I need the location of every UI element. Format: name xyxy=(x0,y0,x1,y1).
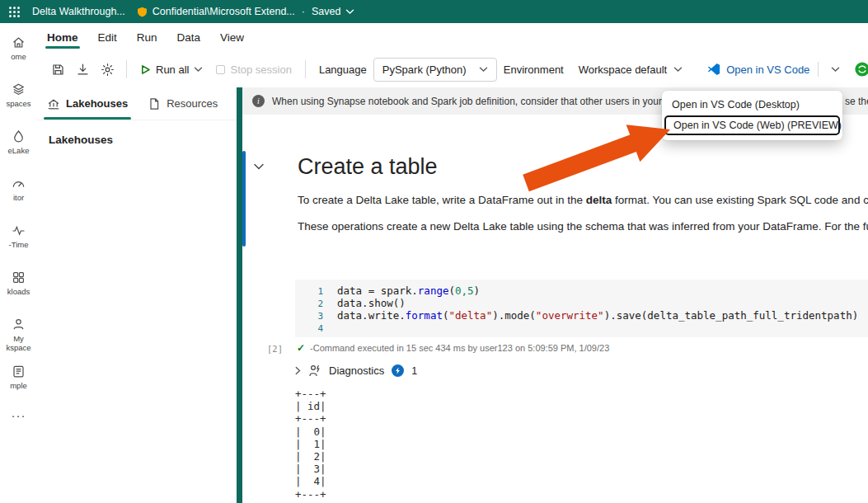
notebook-main-area: i When using Synapse notebook and Spark … xyxy=(242,87,868,503)
execution-count: [2] xyxy=(267,344,283,354)
run-all-button[interactable]: Run all xyxy=(134,57,209,82)
left-nav-rail: ome spaces eLake itor -Time kloads xyxy=(0,23,37,503)
file-icon xyxy=(148,97,161,110)
tab-resources-label: Resources xyxy=(167,97,218,110)
menu-tab-home[interactable]: Home xyxy=(37,26,88,51)
workspaces-icon xyxy=(12,82,26,96)
chevron-down-icon xyxy=(194,67,203,73)
explorer-tabs: Lakehouses Resources « xyxy=(37,87,237,120)
code-token: ) xyxy=(474,284,481,297)
vscode-icon xyxy=(707,63,720,76)
line-number: 4 xyxy=(295,322,323,335)
code-token: data.write. xyxy=(337,309,406,322)
settings-gear-icon xyxy=(101,63,115,77)
code-token: ( xyxy=(448,284,455,297)
sidebar-item-label: itor xyxy=(13,193,24,202)
sidebar-item-my-workspace[interactable]: My kspace xyxy=(0,313,37,360)
sidebar-item-notebook-sample[interactable]: mple xyxy=(0,360,37,407)
info-icon: i xyxy=(252,95,265,107)
diagnostics-badge-icon xyxy=(392,364,404,377)
sidebar-item-workspaces[interactable]: spaces xyxy=(0,78,37,125)
lakehouse-icon xyxy=(47,97,60,110)
chevron-down-icon xyxy=(673,67,683,73)
cell-output: +---+ | id| +---+ | 0| | 1| | 2| | 3| | … xyxy=(295,388,868,501)
markdown-cell: Create a table To create a Delta Lake ta… xyxy=(242,153,868,233)
code-token: 0,5 xyxy=(455,284,474,297)
chevron-down-icon xyxy=(345,9,354,15)
tab-lakehouses-label: Lakehouses xyxy=(66,97,128,110)
paragraph-text: format. You can use existing Spark SQL c… xyxy=(612,194,868,206)
download-icon xyxy=(76,63,90,77)
code-line: 2data.show() xyxy=(295,297,868,309)
toolbar-divider xyxy=(305,60,306,78)
environment-select[interactable]: Workspace default xyxy=(570,63,691,76)
realtime-pulse-icon xyxy=(12,223,26,237)
tab-resources[interactable]: Resources xyxy=(138,87,228,120)
menu-item-open-vscode-desktop[interactable]: Open in VS Code (Desktop) xyxy=(662,95,842,115)
notebook-toolbar: Run all Stop session Language PySpark (P… xyxy=(37,51,868,87)
markdown-paragraph: To create a Delta Lake table, write a Da… xyxy=(298,193,868,207)
markdown-paragraph: These operations create a new Delta Lake… xyxy=(298,219,868,233)
code-token: "delta" xyxy=(448,309,492,322)
save-status-text: Saved xyxy=(312,6,340,17)
sidebar-item-home[interactable]: ome xyxy=(0,31,37,78)
notebook-menubar: Home Edit Run Data View xyxy=(37,23,868,51)
cell-collapse-button[interactable] xyxy=(253,160,265,172)
code-token: data.show() xyxy=(337,297,406,309)
open-in-vscode-button[interactable]: Open in VS Code xyxy=(702,57,849,82)
chevron-down-icon xyxy=(831,67,840,73)
code-token: format xyxy=(406,309,443,322)
diagnostics-row[interactable]: Diagnostics 1 xyxy=(295,364,868,377)
tab-lakehouses[interactable]: Lakehouses xyxy=(37,87,138,120)
line-number: 1 xyxy=(295,285,323,298)
sensitivity-label-icon xyxy=(137,7,148,17)
button-split-divider xyxy=(818,62,819,77)
sidebar-item-label: ome xyxy=(11,52,26,61)
code-token: ).save(delta_table_path_full_tridentpath… xyxy=(604,309,859,322)
menu-tab-data[interactable]: Data xyxy=(167,26,211,51)
sidebar-item-more[interactable]: ··· xyxy=(0,407,37,454)
settings-button[interactable] xyxy=(95,57,120,82)
sidebar-item-label: kloads xyxy=(7,287,30,296)
menu-tab-edit[interactable]: Edit xyxy=(88,26,127,51)
home-icon xyxy=(12,35,26,49)
diagnostics-count: 1 xyxy=(411,365,417,377)
sidebar-item-onelake[interactable]: eLake xyxy=(0,125,37,172)
stop-session-button[interactable]: Stop session xyxy=(209,57,298,82)
session-status-icon[interactable] xyxy=(854,61,868,78)
export-button[interactable] xyxy=(70,57,95,82)
toolbar-divider xyxy=(126,60,127,78)
diagnostics-label: Diagnostics xyxy=(329,364,384,377)
line-number: 2 xyxy=(295,298,323,310)
paragraph-bold-text: delta xyxy=(586,194,612,206)
save-button[interactable] xyxy=(45,57,70,82)
save-status-button[interactable]: Saved xyxy=(312,6,354,17)
sidebar-item-monitor[interactable]: itor xyxy=(0,172,37,219)
vscode-dropdown-menu: Open in VS Code (Desktop) Open in VS Cod… xyxy=(662,91,842,140)
sidebar-item-workloads[interactable]: kloads xyxy=(0,266,37,313)
menu-tab-view[interactable]: View xyxy=(210,26,254,51)
sidebar-item-realtime[interactable]: -Time xyxy=(0,219,37,266)
code-cell[interactable]: 1data = spark.range(0,5) 2data.show() 3d… xyxy=(295,280,868,337)
sidebar-item-label: My kspace xyxy=(6,334,30,352)
language-label: Language xyxy=(312,63,373,76)
vscode-dropdown-toggle[interactable] xyxy=(827,63,844,76)
app-launcher-icon[interactable] xyxy=(8,6,21,18)
sidebar-item-label: -Time xyxy=(9,240,29,249)
language-select[interactable]: PySpark (Python) xyxy=(373,58,497,82)
notebook-icon xyxy=(12,364,26,378)
person-icon xyxy=(12,317,26,331)
sensitivity-label-text[interactable]: Confidential\Microsoft Extend... xyxy=(152,6,295,17)
execution-status-text: -Command executed in 15 sec 434 ms by us… xyxy=(310,343,609,353)
run-all-label: Run all xyxy=(156,63,189,76)
sidebar-item-label: spaces xyxy=(6,99,30,108)
menu-item-open-vscode-web[interactable]: Open in VS Code (Web) (PREVIEW) xyxy=(664,115,840,135)
menu-tab-run[interactable]: Run xyxy=(127,26,167,51)
code-token: range xyxy=(418,284,449,297)
notebook-title[interactable]: Delta Walkthrough... xyxy=(32,6,125,17)
code-token: ).mode( xyxy=(492,309,536,322)
stop-square-icon xyxy=(216,65,225,74)
explorer-panel: Lakehouses Resources « Lakehouses xyxy=(37,87,237,503)
sidebar-item-label: mple xyxy=(10,381,27,390)
code-line: 4 xyxy=(295,322,868,334)
